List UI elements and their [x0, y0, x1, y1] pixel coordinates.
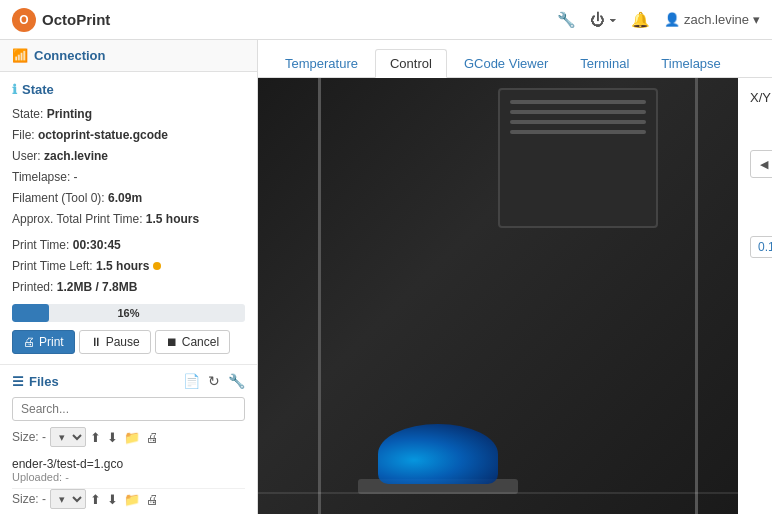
filament-label: Filament (Tool 0):: [12, 191, 105, 205]
state-section: ℹ State State: Printing File: octoprint-…: [0, 72, 257, 365]
xy-controls: ▲ ◀ ⌂ ▶ ▼: [750, 119, 772, 228]
navbar: O OctoPrint 🔧 ⏻ ▾ 🔔 👤 zach.levine ▾: [0, 0, 772, 40]
printer-machine: [498, 88, 658, 228]
state-title: ℹ State: [12, 82, 245, 97]
search-input[interactable]: [12, 397, 245, 421]
upload-icon[interactable]: ⬆: [90, 430, 101, 445]
filament-row: Filament (Tool 0): 6.09m: [12, 189, 245, 207]
user-icon: 👤: [664, 12, 680, 27]
xy-left-button[interactable]: ◀: [750, 150, 772, 178]
refresh-icon[interactable]: ↻: [208, 373, 220, 389]
size-filter-select[interactable]: ▾: [50, 427, 86, 447]
download-icon-2[interactable]: ⬇: [107, 492, 118, 507]
camera-feed: [258, 78, 738, 514]
connection-label: Connection: [34, 48, 106, 63]
timelapse-row: Timelapse: -: [12, 168, 245, 186]
state-label: State: [22, 82, 54, 97]
tab-timelapse[interactable]: Timelapse: [646, 49, 735, 78]
floor-line: [258, 492, 738, 494]
power-icon[interactable]: ⏻ ▾: [590, 11, 617, 28]
file-item[interactable]: ender-3/test-d=1.gco Uploaded: -: [12, 452, 245, 489]
wrench-icon[interactable]: 🔧: [557, 11, 576, 29]
file-value: octoprint-statue.gcode: [38, 128, 168, 142]
app-name: OctoPrint: [42, 11, 110, 28]
xy-empty-bl: [750, 181, 772, 209]
files-section: ☰ Files 📄 ↻ 🔧 Size: - ▾ ⬆ ⬇ 📁 🖨: [0, 365, 257, 514]
print-icon: 🖨: [23, 335, 35, 349]
user-label: User:: [12, 149, 41, 163]
total-time-row: Approx. Total Print Time: 1.5 hours: [12, 210, 245, 228]
tab-control[interactable]: Control: [375, 49, 447, 78]
username: zach.levine: [684, 12, 749, 27]
status-dot: [153, 262, 161, 270]
pause-button[interactable]: ⏸ Pause: [79, 330, 151, 354]
connection-section[interactable]: 📶 Connection: [0, 40, 257, 72]
printed-label: Printed:: [12, 280, 53, 294]
xy-header: X/Y: [750, 90, 772, 109]
print-button[interactable]: 🖨 Print: [12, 330, 75, 354]
user-value: zach.levine: [44, 149, 108, 163]
xy-empty-tl: [750, 119, 772, 147]
print-file-icon-2[interactable]: 🖨: [146, 492, 159, 507]
xy-grid: ▲ ◀ ⌂ ▶ ▼: [750, 119, 772, 209]
printed-value: 1.2MB / 7.8MB: [57, 280, 138, 294]
user-dropdown-icon: ▾: [753, 12, 760, 27]
print-file-icon[interactable]: 🖨: [146, 430, 159, 445]
print-time-label: Print Time:: [12, 238, 69, 252]
files-header: ☰ Files 📄 ↻ 🔧: [12, 373, 245, 389]
files-label: Files: [29, 374, 59, 389]
content-area: Temperature Control GCode Viewer Termina…: [258, 40, 772, 514]
bar-chart-icon: 📶: [12, 48, 28, 63]
cancel-button[interactable]: ⏹ Cancel: [155, 330, 230, 354]
cancel-icon: ⏹: [166, 335, 178, 349]
tab-temperature[interactable]: Temperature: [270, 49, 373, 78]
tab-gcode-viewer[interactable]: GCode Viewer: [449, 49, 563, 78]
file-label: File:: [12, 128, 35, 142]
print-time-value: 00:30:45: [73, 238, 121, 252]
print-object: [378, 424, 498, 484]
tab-terminal[interactable]: Terminal: [565, 49, 644, 78]
filament-value: 6.09m: [108, 191, 142, 205]
content-body: X/Y Z Tool (E) General ▲ ◀ ⌂: [258, 78, 772, 514]
rod-left: [318, 78, 321, 514]
files-header-icons: 📄 ↻ 🔧: [183, 373, 245, 389]
user-menu[interactable]: 👤 zach.levine ▾: [664, 12, 760, 27]
folder-icon-2[interactable]: 📁: [124, 492, 140, 507]
time-left-value: 1.5 hours: [96, 259, 149, 273]
upload-icon-2[interactable]: ⬆: [90, 492, 101, 507]
time-left-label: Print Time Left:: [12, 259, 93, 273]
file-row: File: octoprint-statue.gcode: [12, 126, 245, 144]
progress-bar-container: 16%: [12, 304, 245, 322]
step-values: 0.1 1 10 100: [750, 236, 760, 258]
state-value-row: State: Printing: [12, 105, 245, 123]
pause-icon: ⏸: [90, 335, 102, 349]
time-left-row: Print Time Left: 1.5 hours: [12, 257, 245, 275]
upload-icons: ⬆ ⬇ 📁 🖨: [90, 430, 159, 445]
timelapse-value: -: [74, 170, 78, 184]
list-icon: ☰: [12, 374, 24, 389]
wrench-files-icon[interactable]: 🔧: [228, 373, 245, 389]
folder-icon[interactable]: 📁: [124, 430, 140, 445]
bell-icon[interactable]: 🔔: [631, 11, 650, 29]
print-time-section: Print Time: 00:30:45 Print Time Left: 1.…: [12, 236, 245, 296]
printed-row: Printed: 1.2MB / 7.8MB: [12, 278, 245, 296]
logo-icon: O: [12, 8, 36, 32]
controls-grid: X/Y Z Tool (E) General ▲ ◀ ⌂: [750, 90, 760, 228]
tabs: Temperature Control GCode Viewer Termina…: [258, 40, 772, 78]
size-label-2: Size: -: [12, 492, 46, 506]
progress-text: 16%: [12, 307, 245, 319]
state-value: Printing: [47, 107, 92, 121]
main-layout: 📶 Connection ℹ State State: Printing Fil…: [0, 40, 772, 514]
size-filter-row-2: Size: - ▾ ⬆ ⬇ 📁 🖨: [12, 489, 245, 509]
controls-panel: X/Y Z Tool (E) General ▲ ◀ ⌂: [738, 78, 772, 514]
file-icon[interactable]: 📄: [183, 373, 200, 389]
upload-icons-2: ⬆ ⬇ 📁 🖨: [90, 492, 159, 507]
files-header-left: ☰ Files: [12, 374, 59, 389]
size-filter-row: Size: - ▾ ⬆ ⬇ 📁 🖨: [12, 427, 245, 447]
size-filter-select-2[interactable]: ▾: [50, 489, 86, 509]
step-01-button[interactable]: 0.1: [750, 236, 772, 258]
rod-right: [695, 78, 698, 514]
download-icon[interactable]: ⬇: [107, 430, 118, 445]
sidebar: 📶 Connection ℹ State State: Printing Fil…: [0, 40, 258, 514]
info-icon: ℹ: [12, 82, 17, 97]
